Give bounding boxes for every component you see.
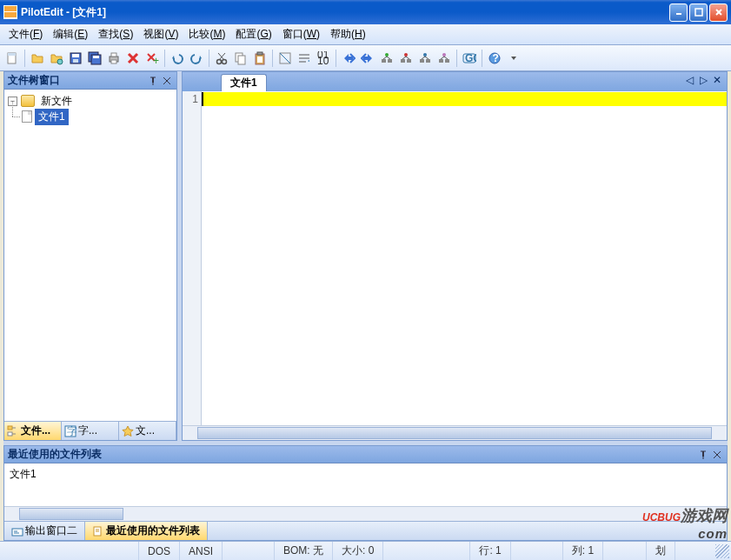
menu-file[interactable]: 文件(F)	[3, 25, 48, 43]
resize-grip[interactable]	[715, 544, 729, 558]
svg-rect-47	[426, 59, 430, 63]
menu-help[interactable]: 帮助(H)	[325, 25, 371, 43]
delete-all-button[interactable]: +	[143, 50, 161, 67]
pin-icon[interactable]	[697, 449, 709, 461]
svg-line-40	[387, 57, 390, 59]
dropdown-icon[interactable]	[505, 50, 522, 67]
status-bar: DOS ANSI BOM: 无 大小: 0 行: 1 列: 1 划	[0, 541, 731, 560]
svg-rect-41	[401, 59, 405, 63]
title-bar: PilotEdit - [文件1]	[0, 0, 731, 24]
separator	[456, 50, 457, 67]
svg-rect-71	[702, 451, 704, 457]
sidebar-tab-chars[interactable]: 字 字...	[62, 422, 119, 440]
svg-rect-60	[152, 77, 154, 83]
svg-line-54	[441, 57, 444, 59]
horizontal-scrollbar[interactable]	[4, 506, 727, 521]
print-button[interactable]	[105, 50, 123, 67]
run-button[interactable]	[340, 50, 357, 67]
sidebar-tabs: 文件... 字 字... 文...	[4, 421, 176, 440]
open-file-button[interactable]	[48, 50, 65, 67]
editor-textarea[interactable]	[202, 91, 727, 425]
status-bom: BOM: 无	[275, 542, 333, 560]
svg-point-43	[404, 53, 408, 57]
toggle-binary-button[interactable]: 0110	[315, 50, 332, 67]
menu-bar: 文件(F) 编辑(E) 查找(S) 视图(V) 比较(M) 配置(G) 窗口(W…	[0, 24, 731, 45]
star-icon	[122, 425, 134, 437]
separator	[272, 50, 273, 67]
editor-tab[interactable]: 文件1	[221, 74, 267, 91]
ftp-button3[interactable]	[416, 50, 434, 67]
close-button[interactable]	[709, 3, 728, 22]
tab-next-icon[interactable]: ▷	[697, 74, 709, 86]
svg-point-6	[57, 59, 63, 64]
tree-root[interactable]: − 新文件	[8, 93, 173, 109]
menu-find[interactable]: 查找(S)	[93, 25, 138, 43]
close-panel-icon[interactable]	[711, 449, 723, 461]
separator	[164, 50, 165, 67]
sidebar-tab-files[interactable]: 文件...	[4, 422, 62, 440]
pin-icon[interactable]	[147, 75, 159, 87]
help-button[interactable]: ?	[486, 50, 503, 67]
save-all-button[interactable]	[86, 50, 103, 67]
scrollbar-thumb[interactable]	[19, 508, 123, 520]
delete-button[interactable]	[124, 50, 142, 67]
save-button[interactable]	[67, 50, 84, 67]
tree-item[interactable]: 文件1	[22, 109, 173, 124]
svg-rect-36	[382, 59, 386, 63]
svg-rect-9	[73, 59, 78, 63]
menu-view[interactable]: 视图(V)	[138, 25, 183, 43]
close-panel-icon[interactable]	[161, 75, 173, 87]
svg-rect-26	[238, 56, 245, 64]
ftp-button2[interactable]	[397, 50, 415, 67]
svg-rect-66	[8, 432, 12, 436]
bottom-tab-recent[interactable]: 最近使用的文件列表	[85, 522, 208, 540]
recent-files-list[interactable]: 文件1	[4, 463, 727, 506]
tab-prev-icon[interactable]: ◁	[683, 74, 695, 86]
maximize-button[interactable]	[689, 3, 708, 22]
editor-pane: 文件1 ◁ ▷ ✕ 1	[182, 71, 728, 441]
cut-button[interactable]	[213, 50, 230, 67]
status-encoding1: DOS	[139, 542, 180, 560]
svg-rect-37	[388, 59, 392, 63]
horizontal-scrollbar[interactable]	[183, 425, 727, 440]
menu-edit[interactable]: 编辑(E)	[48, 25, 93, 43]
back-button[interactable]	[359, 50, 376, 67]
line-number: 1	[183, 93, 198, 105]
menu-config[interactable]: 配置(G)	[230, 25, 276, 43]
ftp-button1[interactable]	[378, 50, 395, 67]
folder-icon	[21, 95, 35, 107]
undo-button[interactable]	[169, 50, 186, 67]
status-sel: 划	[647, 542, 675, 560]
go-button[interactable]: GO	[461, 50, 478, 67]
copy-button[interactable]	[232, 50, 249, 67]
sidebar-tab-favorites[interactable]: 文...	[119, 422, 176, 440]
window-title: PilotEdit - [文件1]	[21, 5, 669, 20]
svg-line-39	[383, 57, 387, 59]
recent-files-panel: 最近使用的文件列表 文件1 输出窗口二 最近使用的文件列表	[3, 445, 728, 541]
tab-close-icon[interactable]: ✕	[711, 74, 723, 86]
file-tree[interactable]: − 新文件 文件1	[4, 90, 176, 421]
redo-button[interactable]	[188, 50, 205, 67]
tree-root-label: 新文件	[37, 93, 76, 110]
svg-rect-65	[8, 426, 12, 430]
scrollbar-thumb[interactable]	[197, 427, 712, 439]
new-file-button[interactable]	[3, 50, 21, 67]
tool-a-button[interactable]	[276, 50, 294, 67]
status-size: 大小: 0	[333, 542, 383, 560]
ftp-button4[interactable]	[435, 50, 453, 67]
menu-window[interactable]: 窗口(W)	[277, 25, 325, 43]
editor-tab-label: 文件1	[230, 76, 257, 90]
word-wrap-button[interactable]	[296, 50, 313, 67]
list-item[interactable]: 文件1	[10, 467, 721, 482]
list-icon	[92, 525, 104, 537]
tree-icon	[7, 425, 19, 437]
paste-button[interactable]	[251, 50, 269, 67]
bottom-tab-output2[interactable]: 输出窗口二	[4, 522, 85, 540]
minimize-button[interactable]	[669, 3, 688, 22]
svg-line-55	[444, 57, 448, 59]
svg-rect-46	[420, 59, 424, 63]
open-folder-button[interactable]	[29, 50, 46, 67]
char-icon: 字	[64, 425, 76, 437]
status-col: 列: 1	[563, 542, 603, 560]
menu-compare[interactable]: 比较(M)	[183, 25, 230, 43]
